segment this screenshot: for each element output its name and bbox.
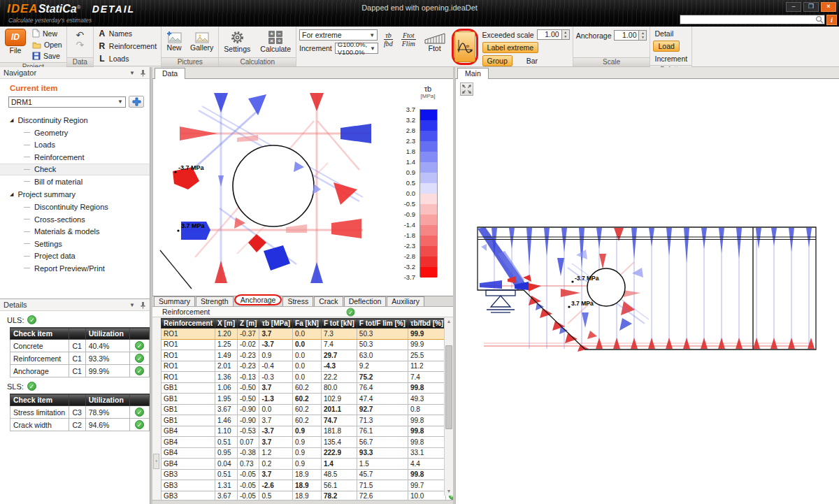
tree-node-discontinuity-region[interactable]: ◢Discontinuity Region bbox=[0, 113, 150, 127]
scroll-up-icon[interactable]: ▲ bbox=[445, 317, 453, 326]
table-row[interactable]: RO11.36-0.13-0.30.022.275.27.4 bbox=[162, 372, 454, 383]
tree-item-materials-models[interactable]: Materials & models bbox=[0, 226, 150, 238]
gallery-button[interactable]: Gallery bbox=[188, 30, 215, 52]
tab-crack[interactable]: Crack bbox=[314, 296, 343, 306]
new-button[interactable]: New bbox=[31, 28, 64, 38]
palette-detail-option[interactable]: Detail bbox=[653, 29, 675, 38]
ftot-flim-result-button[interactable]: Ftot Flim bbox=[399, 29, 418, 50]
exceeded-scale-spinner[interactable]: 1.00 ▲▼ bbox=[537, 29, 570, 40]
undo-button[interactable]: ↶ bbox=[76, 31, 84, 39]
chevron-down-icon[interactable]: ▼ bbox=[129, 70, 135, 76]
tree-item-report-preview-print[interactable]: Report Preview/Print bbox=[0, 262, 150, 275]
tab-data[interactable]: Data bbox=[155, 68, 185, 79]
tree-item-reinforcement[interactable]: Reinforcement bbox=[0, 151, 150, 164]
tree-item-check[interactable]: Check bbox=[0, 164, 150, 176]
table-row[interactable]: GB11.06-0.503.760.280.076.499.8 bbox=[162, 382, 454, 394]
collapse-expander[interactable]: › bbox=[153, 454, 159, 469]
check-row[interactable]: ConcreteC140.4% bbox=[10, 340, 150, 352]
tab-summary[interactable]: Summary bbox=[154, 296, 195, 306]
tab-main[interactable]: Main bbox=[457, 68, 489, 79]
table-row[interactable]: GB30.51-0.053.718.948.545.799.8 bbox=[162, 469, 454, 480]
column-header[interactable]: X [m] bbox=[215, 319, 238, 329]
tree-item-settings[interactable]: Settings bbox=[0, 238, 150, 250]
names-toggle[interactable]: A Names bbox=[96, 28, 158, 39]
info-button[interactable]: i bbox=[826, 15, 837, 25]
tb-curve-result-button[interactable]: τb bbox=[454, 31, 475, 62]
detail-view-canvas[interactable]: -3.7 MPa 3.7 MPa τb [MPa] 3.73.22.82.31.… bbox=[152, 79, 453, 296]
tree-item-loads[interactable]: Loads bbox=[0, 139, 150, 152]
check-row[interactable]: AnchorageC199.9% bbox=[10, 365, 150, 377]
file-button[interactable]: ID File bbox=[3, 28, 28, 55]
table-row[interactable]: GB13.67-0.900.060.2201.192.70.8 bbox=[162, 404, 454, 415]
redo-button[interactable]: ↷ bbox=[76, 41, 84, 49]
check-row[interactable]: Stress limitationC378.9% bbox=[10, 406, 150, 419]
open-button[interactable]: Open bbox=[31, 40, 64, 50]
calculate-button[interactable]: + − × ÷ Calculate bbox=[258, 29, 293, 54]
column-header[interactable]: τb [MPa] bbox=[259, 319, 293, 329]
search-input[interactable] bbox=[680, 15, 825, 24]
table-row[interactable]: GB40.95-0.381.20.9222.993.333.1 bbox=[162, 447, 454, 459]
check-row[interactable]: ReinforcementC193.3% bbox=[10, 352, 150, 365]
tab-auxiliary[interactable]: Auxiliary bbox=[387, 296, 424, 306]
column-header[interactable]: τb/fbd [%] bbox=[408, 319, 445, 329]
exceeded-scale-value[interactable]: 1.00 bbox=[537, 29, 562, 40]
chevron-down-icon[interactable]: ▼ bbox=[129, 302, 135, 308]
tree-item-bill-of-material[interactable]: Bill of material bbox=[0, 175, 150, 188]
table-scrollbar[interactable]: ▲ ▼ bbox=[444, 317, 453, 496]
tab-strength[interactable]: Strength bbox=[196, 296, 234, 306]
settings-button[interactable]: Settings bbox=[222, 29, 252, 54]
reinforcement-toggle[interactable]: R Reinforcement bbox=[96, 41, 158, 52]
tab-anchorage[interactable]: Anchorage bbox=[234, 294, 282, 305]
pin-icon[interactable] bbox=[140, 301, 146, 309]
table-row[interactable]: GB11.46-0.903.760.274.771.399.8 bbox=[162, 415, 454, 426]
table-row[interactable]: RO12.01-0.23-0.40.0-4.39.211.2 bbox=[162, 361, 454, 372]
tab-stress[interactable]: Stress bbox=[282, 296, 313, 306]
table-row[interactable]: GB40.040.730.20.91.41.54.4 bbox=[162, 459, 454, 470]
tree-item-project-data[interactable]: Project data bbox=[0, 250, 150, 263]
current-item-select[interactable]: DRM1▼ bbox=[8, 96, 126, 108]
tree-node-project-summary[interactable]: ◢Project summary bbox=[0, 188, 150, 201]
label-extreme-toggle[interactable]: Label extreme bbox=[482, 42, 539, 53]
maximize-button[interactable]: ❐ bbox=[803, 2, 819, 12]
palette-load-toggle[interactable]: Load bbox=[653, 41, 679, 52]
table-row[interactable]: GB40.510.073.70.9135.456.799.8 bbox=[162, 437, 454, 448]
scrollbar-thumb[interactable] bbox=[445, 345, 452, 429]
table-row[interactable]: RO11.25-0.02-3.70.07.450.399.9 bbox=[162, 339, 454, 350]
expander-icon[interactable]: ◢ bbox=[10, 117, 13, 123]
column-header[interactable]: Reinforcement bbox=[162, 319, 215, 329]
close-button[interactable]: × bbox=[821, 2, 836, 12]
spinner-arrows[interactable]: ▲▼ bbox=[562, 29, 570, 40]
group-toggle[interactable]: Group bbox=[482, 55, 512, 66]
tree-item-discontinuity-regions[interactable]: Discontinuity Regions bbox=[0, 201, 150, 214]
expander-icon[interactable]: ◢ bbox=[10, 192, 13, 197]
picture-new-button[interactable]: New bbox=[164, 30, 184, 52]
pin-icon[interactable] bbox=[140, 69, 146, 77]
tree-item-geometry[interactable]: Geometry bbox=[0, 127, 150, 139]
tab-deflection[interactable]: Deflection bbox=[344, 296, 387, 306]
anchorage-scale-spinner[interactable]: 1.00 ▲▼ bbox=[614, 30, 647, 41]
ftot-result-button[interactable]: Ftot bbox=[422, 29, 447, 53]
main-view-canvas[interactable]: -3.7 MPa 3.7 MPa bbox=[455, 79, 839, 504]
column-header[interactable]: Z [m] bbox=[238, 319, 259, 329]
column-header[interactable]: F tot [kN] bbox=[321, 319, 357, 329]
check-row[interactable]: Crack widthC294.6% bbox=[10, 419, 150, 431]
tree-item-cross-sections[interactable]: Cross-sections bbox=[0, 213, 150, 226]
table-row[interactable]: GB41.10-0.53-3.70.9181.876.199.8 bbox=[162, 426, 454, 437]
spinner-arrows[interactable]: ▲▼ bbox=[639, 30, 647, 41]
palette-increment-option[interactable]: Increment bbox=[653, 54, 689, 64]
save-button[interactable]: Save bbox=[31, 51, 64, 61]
tb-fbd-result-button[interactable]: τb fbd bbox=[382, 29, 395, 50]
table-row[interactable]: GB31.31-0.05-2.618.956.171.599.7 bbox=[162, 480, 454, 491]
loads-toggle[interactable]: L Loads bbox=[96, 53, 158, 64]
column-header[interactable]: Fa [kN] bbox=[293, 319, 322, 329]
minimize-button[interactable]: – bbox=[786, 2, 801, 12]
table-row[interactable]: RO11.49-0.230.90.029.763.025.5 bbox=[162, 350, 454, 361]
table-row[interactable]: RO11.20-0.373.70.07.350.399.9 bbox=[162, 329, 454, 340]
column-header[interactable]: F tot/F lim [%] bbox=[357, 319, 408, 329]
extreme-select[interactable]: For extreme▼ bbox=[299, 29, 378, 41]
anchorage-scale-value[interactable]: 1.00 bbox=[614, 30, 639, 41]
table-row[interactable]: GB11.95-0.50-1.360.2102.947.449.3 bbox=[162, 394, 454, 405]
scroll-down-icon[interactable]: ▼ bbox=[445, 487, 453, 496]
table-row[interactable]: GB33.67-0.050.518.978.272.610.0 bbox=[162, 491, 454, 500]
add-region-button[interactable] bbox=[129, 96, 144, 108]
